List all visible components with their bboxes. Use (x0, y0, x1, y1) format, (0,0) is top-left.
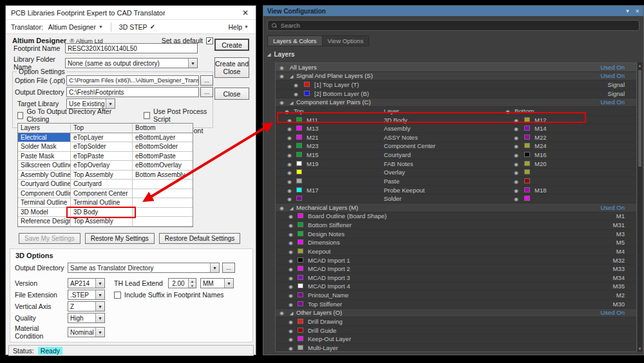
cell-bottom[interactable] (133, 189, 193, 199)
layer-pair-row[interactable]: ◉Solder◉ (276, 194, 636, 203)
visibility-eye-icon[interactable]: ◉ (514, 162, 518, 167)
th-lead-extend-stepper[interactable]: 2.00 ▲▼ (168, 278, 196, 288)
visibility-eye-icon[interactable]: ◉ (279, 205, 284, 211)
close-button[interactable]: Close (214, 88, 249, 100)
layers-group-row[interactable]: ◉◢Mechanical Layers (M)Used On (276, 203, 636, 212)
tab-layers-and-colors[interactable]: Layers & Colors (267, 35, 323, 46)
visibility-eye-icon[interactable]: ◉ (289, 293, 293, 299)
layer-color-swatch[interactable] (298, 248, 303, 254)
layer-color-swatch[interactable] (296, 152, 302, 157)
translator-titlebar[interactable]: PCB Libraries Footprint Expert to CAD Tr… (6, 6, 256, 20)
visibility-eye-icon[interactable]: ◉ (514, 170, 518, 176)
col-header-top[interactable]: Top (71, 124, 133, 133)
visibility-eye-icon[interactable]: ◉ (279, 73, 284, 79)
cell-top[interactable]: eTopSolder (71, 142, 133, 152)
layers-group-row[interactable]: ◉◢Signal And Plane Layers (S)Used On (276, 72, 636, 81)
layer-row[interactable]: ◉Bottom StiffenerM31 (276, 221, 636, 230)
cell-layer[interactable]: Solder Mask (18, 142, 71, 152)
layer-row[interactable]: ◉Drill Drawing (276, 317, 636, 326)
cell-bottom[interactable]: eBottomOverlay (133, 161, 193, 171)
visibility-eye-icon[interactable]: ◉ (514, 188, 518, 194)
version-select[interactable]: AP214 ▼ (68, 278, 105, 288)
layer-color-swatch[interactable] (524, 187, 530, 192)
layer-pair-row[interactable]: ◉M19FAB Notes◉M20 (276, 160, 636, 169)
visibility-eye-icon[interactable]: ◉ (289, 232, 293, 237)
translator-select[interactable]: Altium Designer ▼ (46, 23, 105, 32)
layer-pair-row[interactable]: ◉Paste◉ (276, 177, 636, 186)
layer-color-swatch[interactable] (296, 117, 302, 122)
layer-color-swatch[interactable] (298, 345, 303, 350)
layer-row[interactable]: ◉MCAD Import 1M32 (276, 256, 636, 265)
layer-pair-row[interactable]: ◉M21ASSY Notes◉M22 (276, 133, 636, 142)
search-box[interactable] (267, 20, 639, 31)
layer-color-swatch[interactable] (524, 126, 530, 131)
visibility-eye-icon[interactable]: ◉ (279, 65, 284, 71)
option-checkbox-row[interactable]: Use Post Process Script (144, 107, 213, 123)
layer-color-swatch[interactable] (298, 301, 303, 306)
scrollbar[interactable]: ▲ ▼ (638, 62, 642, 352)
used-on-link[interactable]: Used On (601, 309, 625, 316)
col-header-bottom[interactable]: Bottom (133, 124, 193, 133)
panel-titlebar[interactable]: View Configuration ▼ ✕ (263, 6, 643, 16)
table-row[interactable]: Terminal OutlineTerminal Outline (18, 198, 193, 208)
cell-top[interactable]: Terminal Outline (71, 198, 133, 208)
layer-row[interactable]: ◉[2] Bottom Layer (B)Signal (276, 89, 636, 98)
option-file-browse-button[interactable]: ... (200, 75, 213, 86)
visibility-eye-icon[interactable]: ◉ (289, 275, 293, 281)
layer-color-swatch[interactable] (298, 239, 303, 245)
stepper-arrows[interactable]: ▲▼ (188, 279, 196, 288)
cell-top[interactable]: Top Assembly (71, 217, 133, 227)
cell-top[interactable]: eTopLayer (71, 133, 133, 143)
visibility-eye-icon[interactable]: ◉ (287, 188, 292, 194)
visibility-eye-icon[interactable]: ◉ (289, 223, 293, 228)
layer-color-swatch[interactable] (298, 292, 303, 297)
visibility-eye-icon[interactable]: ◉ (289, 346, 293, 351)
visibility-eye-icon[interactable]: ◉ (514, 144, 518, 149)
layer-color-swatch[interactable] (298, 213, 303, 218)
visibility-eye-icon[interactable]: ◉ (279, 100, 284, 106)
layer-color-swatch[interactable] (524, 178, 530, 183)
help-menu[interactable]: Help ▼ (226, 23, 251, 32)
visibility-eye-icon[interactable]: ◉ (287, 135, 292, 141)
layer-color-swatch[interactable] (298, 231, 303, 236)
layer-color-swatch[interactable] (524, 143, 530, 148)
layer-color-swatch[interactable] (298, 257, 303, 263)
cell-layer[interactable]: Reference Designator (18, 217, 71, 227)
layer-row[interactable]: ◉Multi-Layer (276, 344, 636, 352)
cell-top[interactable]: 3D Body (71, 208, 133, 218)
set-as-default-checkbox[interactable] (206, 37, 213, 44)
layer-color-swatch[interactable] (298, 266, 303, 271)
panel-menu-icon[interactable]: ▼ (625, 8, 630, 14)
th-lead-unit-select[interactable]: MM ▼ (200, 278, 234, 288)
output-directory-browse-button[interactable]: ... (200, 87, 213, 97)
visibility-eye-icon[interactable]: ◉ (294, 82, 298, 88)
visibility-eye-icon[interactable]: ◉ (287, 179, 292, 185)
layer-row[interactable]: ◉KeepoutM4 (276, 247, 636, 256)
table-row[interactable]: Paste MaskeTopPasteeBottomPaste (18, 152, 193, 162)
visibility-eye-icon[interactable]: ◉ (514, 196, 518, 202)
vertical-axis-select[interactable]: Z ▼ (68, 301, 105, 312)
visibility-eye-icon[interactable]: ◉ (279, 310, 284, 316)
layer-row[interactable]: ◉Design NotesM3 (276, 230, 636, 239)
layer-row[interactable]: ◉[1] Top Layer (T)Signal (276, 80, 636, 89)
layer-color-swatch[interactable] (296, 143, 302, 148)
option-checkbox-row[interactable]: Go To Output Directory After Closing (17, 107, 117, 123)
layer-color-swatch[interactable] (296, 196, 302, 201)
format-select[interactable]: 3D STEP ✓ (117, 23, 157, 32)
layer-row[interactable]: ◉DimensionsM5 (276, 239, 636, 248)
visibility-eye-icon[interactable]: ◉ (294, 91, 298, 97)
used-on-link[interactable]: Used On (601, 98, 625, 106)
cell-layer[interactable]: Assembly Outline (18, 171, 71, 180)
visibility-eye-icon[interactable]: ◉ (287, 126, 292, 132)
scroll-up-icon[interactable]: ▲ (638, 62, 642, 69)
scrollbar-thumb[interactable] (638, 70, 641, 167)
scroll-down-icon[interactable]: ▼ (638, 346, 642, 352)
layer-pair-row[interactable]: ◉M17Probe Keepout◉M18 (276, 186, 636, 195)
visibility-eye-icon[interactable]: ◉ (506, 109, 510, 115)
visibility-eye-icon[interactable]: ◉ (514, 135, 518, 141)
visibility-eye-icon[interactable]: ◉ (287, 144, 292, 149)
visibility-eye-icon[interactable]: ◉ (287, 153, 292, 158)
panel-close-icon[interactable]: ✕ (635, 8, 639, 14)
restore-my-settings-button[interactable]: Restore My Settings (85, 233, 155, 244)
option-file-input[interactable]: C:\Program Files (x86)\...\Altium_Design… (66, 75, 199, 86)
